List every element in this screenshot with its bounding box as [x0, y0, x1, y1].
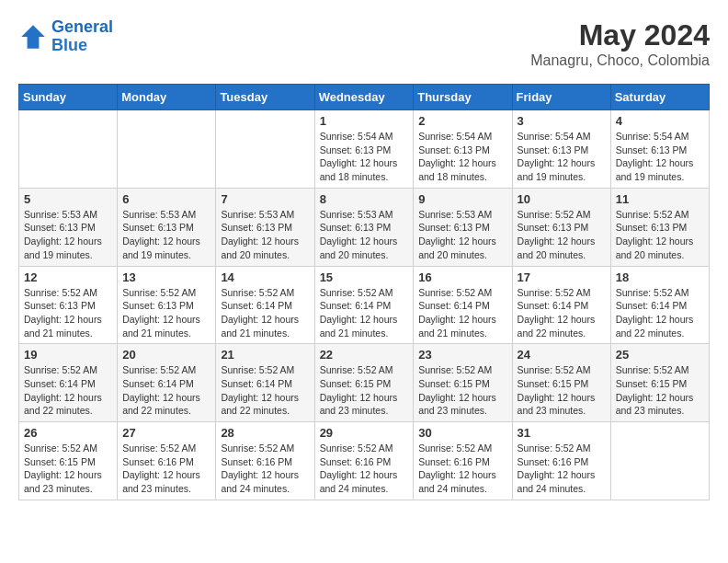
day-number: 30 — [418, 426, 506, 440]
calendar-cell: 4Sunrise: 5:54 AM Sunset: 6:13 PM Daylig… — [610, 110, 709, 189]
calendar-cell: 1Sunrise: 5:54 AM Sunset: 6:13 PM Daylig… — [314, 110, 414, 189]
day-number: 25 — [616, 348, 704, 362]
calendar-cell: 24Sunrise: 5:52 AM Sunset: 6:15 PM Dayli… — [512, 344, 610, 422]
calendar-cell — [118, 110, 216, 189]
weekday-header: Monday — [118, 85, 216, 110]
calendar-cell: 15Sunrise: 5:52 AM Sunset: 6:14 PM Dayli… — [314, 266, 414, 344]
day-info: Sunrise: 5:52 AM Sunset: 6:16 PM Dayligh… — [518, 442, 606, 496]
calendar-week-row: 26Sunrise: 5:52 AM Sunset: 6:15 PM Dayli… — [19, 422, 710, 500]
calendar-cell: 21Sunrise: 5:52 AM Sunset: 6:14 PM Dayli… — [216, 344, 314, 422]
day-number: 2 — [418, 114, 506, 128]
day-number: 12 — [24, 270, 112, 284]
weekday-header: Tuesday — [216, 85, 314, 110]
weekday-header: Wednesday — [314, 85, 414, 110]
logo: General Blue — [18, 18, 113, 55]
calendar-week-row: 1Sunrise: 5:54 AM Sunset: 6:13 PM Daylig… — [19, 110, 710, 189]
calendar-header-row: SundayMondayTuesdayWednesdayThursdayFrid… — [19, 85, 710, 110]
calendar-cell: 31Sunrise: 5:52 AM Sunset: 6:16 PM Dayli… — [512, 422, 610, 500]
day-number: 26 — [24, 426, 112, 440]
day-info: Sunrise: 5:52 AM Sunset: 6:14 PM Dayligh… — [616, 286, 704, 340]
day-number: 4 — [616, 114, 704, 128]
calendar-week-row: 5Sunrise: 5:53 AM Sunset: 6:13 PM Daylig… — [19, 188, 710, 266]
calendar-cell: 17Sunrise: 5:52 AM Sunset: 6:14 PM Dayli… — [512, 266, 610, 344]
day-info: Sunrise: 5:52 AM Sunset: 6:16 PM Dayligh… — [418, 442, 506, 496]
day-info: Sunrise: 5:52 AM Sunset: 6:14 PM Dayligh… — [221, 363, 309, 418]
day-number: 20 — [122, 348, 210, 362]
day-number: 19 — [24, 348, 112, 362]
day-number: 21 — [221, 348, 309, 362]
calendar-cell: 10Sunrise: 5:52 AM Sunset: 6:13 PM Dayli… — [512, 188, 610, 266]
calendar-cell: 27Sunrise: 5:52 AM Sunset: 6:16 PM Dayli… — [118, 422, 216, 500]
day-info: Sunrise: 5:52 AM Sunset: 6:14 PM Dayligh… — [122, 363, 210, 418]
day-info: Sunrise: 5:52 AM Sunset: 6:14 PM Dayligh… — [221, 286, 309, 340]
day-info: Sunrise: 5:52 AM Sunset: 6:14 PM Dayligh… — [320, 286, 409, 340]
calendar-cell: 19Sunrise: 5:52 AM Sunset: 6:14 PM Dayli… — [19, 344, 118, 422]
title-block: May 2024 Managru, Choco, Colombia — [530, 18, 710, 69]
day-info: Sunrise: 5:52 AM Sunset: 6:14 PM Dayligh… — [518, 286, 606, 340]
day-info: Sunrise: 5:52 AM Sunset: 6:16 PM Dayligh… — [122, 442, 210, 496]
day-number: 9 — [418, 192, 506, 206]
calendar-week-row: 19Sunrise: 5:52 AM Sunset: 6:14 PM Dayli… — [19, 344, 710, 422]
location: Managru, Choco, Colombia — [530, 52, 710, 69]
calendar-cell: 8Sunrise: 5:53 AM Sunset: 6:13 PM Daylig… — [314, 188, 414, 266]
day-info: Sunrise: 5:52 AM Sunset: 6:15 PM Dayligh… — [24, 442, 112, 496]
day-info: Sunrise: 5:54 AM Sunset: 6:13 PM Dayligh… — [418, 130, 506, 184]
day-number: 22 — [320, 348, 409, 362]
day-info: Sunrise: 5:54 AM Sunset: 6:13 PM Dayligh… — [616, 130, 704, 184]
calendar-cell: 29Sunrise: 5:52 AM Sunset: 6:16 PM Dayli… — [314, 422, 414, 500]
day-info: Sunrise: 5:52 AM Sunset: 6:13 PM Dayligh… — [24, 286, 112, 340]
calendar-cell: 18Sunrise: 5:52 AM Sunset: 6:14 PM Dayli… — [610, 266, 709, 344]
day-info: Sunrise: 5:52 AM Sunset: 6:14 PM Dayligh… — [24, 363, 112, 418]
day-number: 6 — [122, 192, 210, 206]
calendar-cell: 11Sunrise: 5:52 AM Sunset: 6:13 PM Dayli… — [610, 188, 709, 266]
day-number: 27 — [122, 426, 210, 440]
day-info: Sunrise: 5:53 AM Sunset: 6:13 PM Dayligh… — [418, 208, 506, 262]
calendar-cell — [19, 110, 118, 189]
day-number: 11 — [616, 192, 704, 206]
day-number: 28 — [221, 426, 309, 440]
day-info: Sunrise: 5:54 AM Sunset: 6:13 PM Dayligh… — [518, 130, 606, 184]
svg-marker-0 — [21, 25, 45, 49]
day-number: 13 — [122, 270, 210, 284]
day-number: 23 — [418, 348, 506, 362]
day-info: Sunrise: 5:52 AM Sunset: 6:16 PM Dayligh… — [221, 442, 309, 496]
calendar-cell: 9Sunrise: 5:53 AM Sunset: 6:13 PM Daylig… — [414, 188, 512, 266]
day-number: 3 — [518, 114, 606, 128]
day-info: Sunrise: 5:52 AM Sunset: 6:15 PM Dayligh… — [320, 363, 409, 418]
day-number: 16 — [418, 270, 506, 284]
calendar-cell: 5Sunrise: 5:53 AM Sunset: 6:13 PM Daylig… — [19, 188, 118, 266]
day-info: Sunrise: 5:53 AM Sunset: 6:13 PM Dayligh… — [320, 208, 409, 262]
calendar-cell: 25Sunrise: 5:52 AM Sunset: 6:15 PM Dayli… — [610, 344, 709, 422]
day-number: 7 — [221, 192, 309, 206]
calendar-cell: 30Sunrise: 5:52 AM Sunset: 6:16 PM Dayli… — [414, 422, 512, 500]
calendar-table: SundayMondayTuesdayWednesdayThursdayFrid… — [18, 84, 710, 500]
day-info: Sunrise: 5:52 AM Sunset: 6:13 PM Dayligh… — [122, 286, 210, 340]
weekday-header: Thursday — [414, 85, 512, 110]
day-number: 29 — [320, 426, 409, 440]
calendar-cell: 7Sunrise: 5:53 AM Sunset: 6:13 PM Daylig… — [216, 188, 314, 266]
day-info: Sunrise: 5:52 AM Sunset: 6:15 PM Dayligh… — [616, 363, 704, 418]
day-info: Sunrise: 5:53 AM Sunset: 6:13 PM Dayligh… — [122, 208, 210, 262]
day-number: 18 — [616, 270, 704, 284]
calendar-cell — [216, 110, 314, 189]
day-number: 10 — [518, 192, 606, 206]
day-number: 14 — [221, 270, 309, 284]
calendar-cell: 28Sunrise: 5:52 AM Sunset: 6:16 PM Dayli… — [216, 422, 314, 500]
weekday-header: Saturday — [610, 85, 709, 110]
day-number: 15 — [320, 270, 409, 284]
month-year: May 2024 — [530, 18, 710, 52]
calendar-cell — [610, 422, 709, 500]
calendar-cell: 20Sunrise: 5:52 AM Sunset: 6:14 PM Dayli… — [118, 344, 216, 422]
day-number: 5 — [24, 192, 112, 206]
day-info: Sunrise: 5:52 AM Sunset: 6:13 PM Dayligh… — [518, 208, 606, 262]
weekday-header: Sunday — [19, 85, 118, 110]
calendar-cell: 3Sunrise: 5:54 AM Sunset: 6:13 PM Daylig… — [512, 110, 610, 189]
calendar-cell: 26Sunrise: 5:52 AM Sunset: 6:15 PM Dayli… — [19, 422, 118, 500]
day-number: 8 — [320, 192, 409, 206]
calendar-cell: 13Sunrise: 5:52 AM Sunset: 6:13 PM Dayli… — [118, 266, 216, 344]
day-number: 1 — [320, 114, 409, 128]
calendar-cell: 12Sunrise: 5:52 AM Sunset: 6:13 PM Dayli… — [19, 266, 118, 344]
logo-text: General Blue — [51, 18, 113, 55]
day-info: Sunrise: 5:53 AM Sunset: 6:13 PM Dayligh… — [24, 208, 112, 262]
day-number: 17 — [518, 270, 606, 284]
